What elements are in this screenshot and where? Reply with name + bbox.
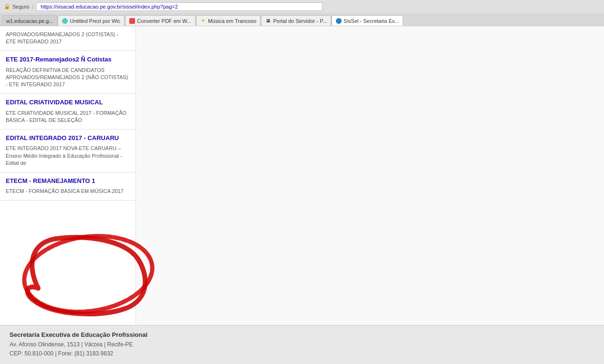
footer-address: Av. Afonso Olindense, 1513 | Várzea | Re… bbox=[10, 340, 594, 349]
tab-site-left-label: w1.educacao.pe.g... bbox=[6, 18, 53, 24]
footer: Secretaria Executiva de Educação Profiss… bbox=[0, 325, 604, 364]
footer-org: Secretaria Executiva de Educação Profiss… bbox=[10, 331, 594, 338]
sidebar-item-ncotistas-desc: RELAÇÃO DEFINITIVA DE CANDIDATOS APROVAD… bbox=[6, 67, 130, 89]
sissel-favicon-icon bbox=[336, 18, 342, 24]
security-indicator: 🔒 Seguro bbox=[4, 3, 29, 10]
sidebar-item-musical-title: EDITAL CRIATIVIDADE MUSICAL bbox=[6, 99, 130, 107]
tab-site-left[interactable]: w1.educacao.pe.g... bbox=[2, 15, 57, 26]
pdf-favicon-icon bbox=[129, 18, 135, 24]
prezi-favicon-icon bbox=[62, 18, 68, 24]
lock-icon: 🔒 bbox=[4, 3, 10, 10]
page-content: APROVADOS/REMANEJADOS 2 (COTISTAS) - ETE… bbox=[0, 26, 604, 364]
tab-prezi-label: Untitled Prezi por Wic bbox=[70, 18, 120, 24]
main-content-area bbox=[136, 26, 604, 364]
sidebar-item-etecm-title: ETECM - REMANEJAMENTO 1 bbox=[6, 177, 130, 185]
browser-chrome: 🔒 Seguro | https://sisacad.educacao.pe.g… bbox=[0, 0, 604, 26]
url-bar[interactable]: https://sisacad.educacao.pe.gov.br/sisse… bbox=[36, 2, 323, 11]
sidebar-item-cotistas-desc: APROVADOS/REMANEJADOS 2 (COTISTAS) - ETE… bbox=[6, 31, 130, 46]
tab-converter-label: Converter PDF em W... bbox=[137, 18, 191, 24]
sidebar-item-caruaru-title: EDITAL INTEGRADO 2017 - CARUARU bbox=[6, 134, 130, 142]
sidebar-item-cotistas[interactable]: APROVADOS/REMANEJADOS 2 (COTISTAS) - ETE… bbox=[0, 26, 135, 51]
tab-musica[interactable]: ✦ Música em Trancoso bbox=[196, 15, 260, 26]
sidebar-item-musical[interactable]: EDITAL CRIATIVIDADE MUSICAL ETE CRIATIVI… bbox=[0, 94, 135, 130]
tab-portal-label: Portal do Servidor - P... bbox=[273, 18, 327, 24]
sidebar-item-musical-desc: ETE CRIATIVIDADE MUSICAL 2017 - FORMAÇÃO… bbox=[6, 110, 130, 124]
security-label: Seguro bbox=[12, 4, 29, 10]
tab-sissel[interactable]: SisSel - Secretaria Ex... bbox=[332, 15, 403, 26]
sidebar-item-caruaru[interactable]: EDITAL INTEGRADO 2017 - CARUARU ETE INTE… bbox=[0, 130, 135, 172]
portal-favicon-icon: 🖥 bbox=[265, 18, 271, 24]
tabs-bar: w1.educacao.pe.g... Untitled Prezi por W… bbox=[0, 13, 604, 26]
sidebar-item-ncotistas-title: ETE 2017-Remanejados2 Ñ Cotistas bbox=[6, 56, 130, 64]
tab-converter[interactable]: Converter PDF em W... bbox=[125, 15, 196, 26]
sidebar-item-etecm[interactable]: ETECM - REMANEJAMENTO 1 ETECM - FORMAÇÃO… bbox=[0, 172, 135, 201]
tab-prezi[interactable]: Untitled Prezi por Wic bbox=[58, 15, 125, 26]
sidebar-item-ncotistas[interactable]: ETE 2017-Remanejados2 Ñ Cotistas RELAÇÃO… bbox=[0, 51, 135, 94]
footer-cep-phone: CEP: 50.810-000 | Fone: (81) 3183.9832 bbox=[10, 349, 594, 358]
sun-favicon-icon: ✦ bbox=[200, 18, 206, 24]
separator: | bbox=[32, 4, 33, 10]
tab-sissel-label: SisSel - Secretaria Ex... bbox=[344, 18, 399, 24]
sidebar-item-caruaru-desc: ETE INTEGRADO 2017 NOVA ETE CARUARU – En… bbox=[6, 145, 130, 167]
sidebar: APROVADOS/REMANEJADOS 2 (COTISTAS) - ETE… bbox=[0, 26, 136, 364]
tab-musica-label: Música em Trancoso bbox=[208, 18, 256, 24]
tab-portal[interactable]: 🖥 Portal do Servidor - P... bbox=[261, 15, 331, 26]
browser-address-bar: 🔒 Seguro | https://sisacad.educacao.pe.g… bbox=[0, 0, 604, 13]
sidebar-item-etecm-desc: ETECM - FORMAÇÃO BÁSICA EM MÚSICA 2017 bbox=[6, 188, 130, 195]
